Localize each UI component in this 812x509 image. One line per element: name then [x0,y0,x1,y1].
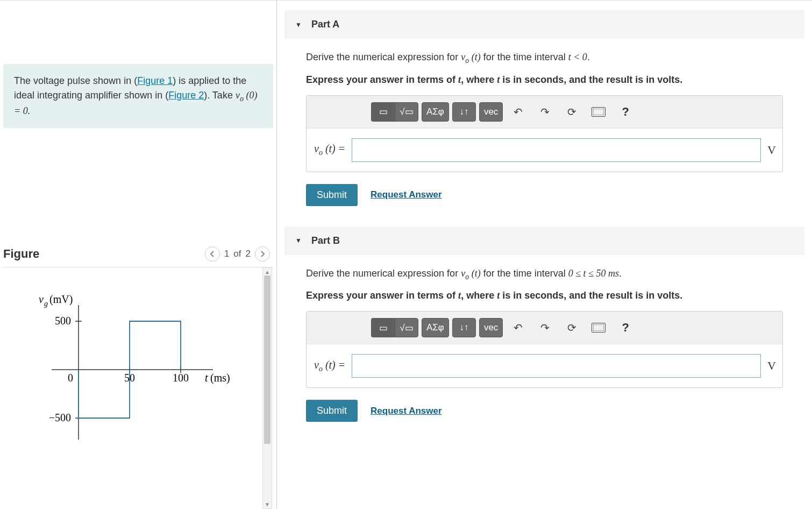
vector-button[interactable]: vec [479,102,503,122]
reset-button[interactable]: ⟳ [560,102,583,122]
svg-text:(mV): (mV) [49,293,73,306]
svg-text:t: t [205,372,208,384]
page-total: 2 [246,249,251,259]
redo-button[interactable]: ↷ [533,102,557,122]
page-current: 1 [224,249,229,259]
page-of: of [233,249,241,259]
svg-text:100: 100 [173,372,189,384]
v0-sub: o [240,95,244,103]
caret-down-icon: ▼ [295,237,302,244]
figure-title: Figure [3,247,39,261]
chevron-left-icon [210,251,215,257]
template-button[interactable]: ▭ [371,102,395,122]
scroll-down-icon[interactable]: ▼ [263,500,271,508]
svg-text:0: 0 [68,372,73,384]
part-a-header[interactable]: ▼ Part A [284,10,804,39]
problem-statement: The voltage pulse shown in (Figure 1) is… [3,64,273,128]
part-a-answer-input[interactable] [352,138,761,162]
part-a-submit-button[interactable]: Submit [306,184,358,206]
part-b-answer-box: ▭ √▭ ΑΣφ ↓↑ vec ↶ ↷ ⟳ ? vo (t) = V [306,311,783,388]
svg-text:(ms): (ms) [210,372,230,384]
part-b-submit-button[interactable]: Submit [306,400,358,422]
chevron-right-icon [260,251,265,257]
keyboard-icon [592,107,606,117]
scroll-thumb[interactable] [264,275,270,444]
figure-viewport: 500 −500 0 50 100 v g (mV) t (ms) ▲ ▼ [3,267,273,509]
sqrt-button[interactable]: √▭ [395,318,418,337]
reset-button[interactable]: ⟳ [560,318,583,337]
subscript-button[interactable]: ↓↑ [452,318,476,337]
vector-button[interactable]: vec [479,318,503,337]
part-a-request-answer-link[interactable]: Request Answer [371,189,442,200]
unit-label: V [767,359,776,373]
undo-button[interactable]: ↶ [506,318,530,337]
greek-button[interactable]: ΑΣφ [422,318,449,337]
figure-scrollbar[interactable]: ▲ ▼ [262,267,272,509]
answer-lhs: vo (t) = [313,143,345,157]
svg-text:g: g [44,300,48,308]
problem-text: The voltage pulse shown in ( [14,75,137,86]
scroll-up-icon[interactable]: ▲ [263,268,271,276]
sqrt-button[interactable]: √▭ [395,102,418,122]
part-b: ▼ Part B Derive the numerical expression… [284,227,804,427]
svg-text:v: v [39,293,44,305]
figure-2-link[interactable]: Figure 2 [168,90,204,101]
svg-text:500: 500 [55,315,71,327]
svg-text:−500: −500 [49,412,71,423]
part-b-request-answer-link[interactable]: Request Answer [371,406,442,416]
figure-chart: 500 −500 0 50 100 v g (mV) t (ms) [19,284,245,456]
part-b-prompt: Derive the numerical expression for vo (… [306,268,783,281]
part-a-answer-box: ▭ √▭ ΑΣφ ↓↑ vec ↶ ↷ ⟳ ? vo (t) = V [306,95,783,172]
part-a-title: Part A [311,19,339,30]
part-b-answer-input[interactable] [352,354,761,378]
subscript-button[interactable]: ↓↑ [452,102,476,122]
problem-text: ). Take [204,90,236,101]
redo-button[interactable]: ↷ [533,318,557,337]
help-button[interactable]: ? [614,318,637,337]
keyboard-icon [592,323,606,333]
part-a-instruction: Express your answer in terms of t, where… [306,74,783,86]
figure-1-link[interactable]: Figure 1 [137,75,173,86]
keyboard-button[interactable] [587,318,610,337]
part-a: ▼ Part A Derive the numerical expression… [284,10,804,210]
right-pane: ▼ Part A Derive the numerical expression… [277,1,812,509]
part-b-header[interactable]: ▼ Part B [284,227,804,255]
answer-lhs: vo (t) = [313,359,345,373]
equation-toolbar: ▭ √▭ ΑΣφ ↓↑ vec ↶ ↷ ⟳ ? [307,96,782,129]
next-figure-button[interactable] [255,246,270,261]
undo-button[interactable]: ↶ [506,102,530,122]
figure-pager: 1 of 2 [205,246,270,261]
unit-label: V [767,143,776,157]
equation-toolbar: ▭ √▭ ΑΣφ ↓↑ vec ↶ ↷ ⟳ ? [307,312,782,344]
part-b-instruction: Express your answer in terms of t, where… [306,290,783,301]
template-button[interactable]: ▭ [371,318,395,337]
part-a-prompt: Derive the numerical expression for vo (… [306,52,783,65]
keyboard-button[interactable] [587,102,610,122]
part-b-title: Part B [311,235,340,246]
left-pane: The voltage pulse shown in (Figure 1) is… [0,1,277,509]
v0-var: v [236,90,240,101]
greek-button[interactable]: ΑΣφ [422,102,449,122]
prev-figure-button[interactable] [205,246,220,261]
help-button[interactable]: ? [614,102,637,122]
caret-down-icon: ▼ [295,21,302,29]
figure-header: Figure 1 of 2 [3,246,273,264]
